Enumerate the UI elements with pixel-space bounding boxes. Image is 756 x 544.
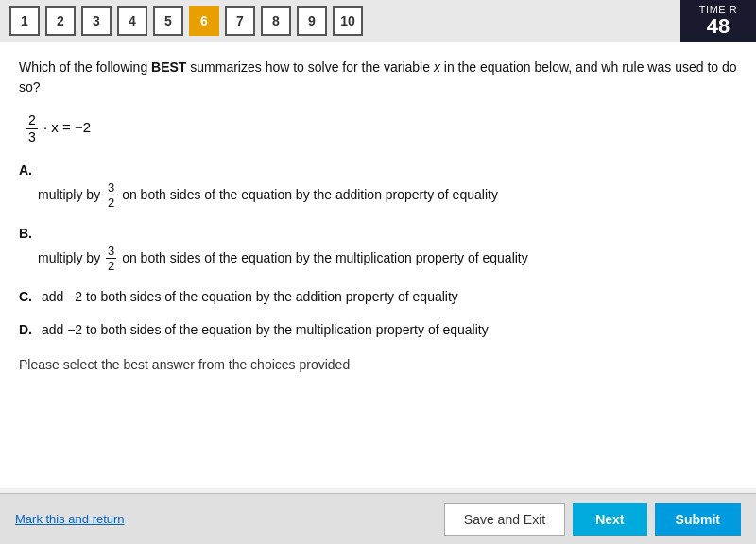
- mark-return-button[interactable]: Mark this and return: [15, 512, 125, 526]
- question-num-7[interactable]: 7: [225, 6, 255, 36]
- question-num-4[interactable]: 4: [117, 6, 147, 36]
- question-num-9[interactable]: 9: [297, 6, 327, 36]
- question-num-6[interactable]: 6: [189, 6, 219, 36]
- submit-button[interactable]: Submit: [655, 503, 741, 536]
- question-num-2[interactable]: 2: [45, 6, 76, 36]
- timer-box: TIME R 48: [680, 0, 756, 42]
- question-num-1[interactable]: 1: [9, 6, 40, 36]
- question-num-5[interactable]: 5: [153, 6, 183, 36]
- choice-d-label: D.: [19, 322, 32, 337]
- choice-c-text: add −2 to both sides of the equation by …: [42, 289, 458, 304]
- answer-prompt: Please select the best answer from the c…: [19, 357, 737, 372]
- question-nav-bar: 1 2 3 4 5 6 7 8 9 10 TIME R 48: [0, 0, 756, 42]
- choice-b-content: multiply by 3 2 on both sides of the equ…: [38, 244, 737, 274]
- next-button[interactable]: Next: [573, 503, 646, 536]
- timer-value: 48: [707, 15, 730, 38]
- choice-c-label: C.: [19, 289, 32, 304]
- choice-a-content: multiply by 3 2 on both sides of the equ…: [38, 180, 737, 211]
- choice-d[interactable]: D. add −2 to both sides of the equation …: [19, 320, 737, 340]
- bottom-bar: Mark this and return Save and Exit Next …: [0, 493, 756, 544]
- question-num-8[interactable]: 8: [261, 6, 291, 36]
- equation-fraction: 2 3: [26, 112, 38, 145]
- choice-b[interactable]: B. multiply by 3 2 on both sides of the …: [19, 224, 737, 274]
- question-num-10[interactable]: 10: [333, 6, 363, 36]
- fraction-b: 3 2: [106, 244, 116, 274]
- choice-d-text: add −2 to both sides of the equation by …: [42, 322, 489, 337]
- question-num-3[interactable]: 3: [81, 6, 112, 36]
- choice-c[interactable]: C. add −2 to both sides of the equation …: [19, 287, 737, 307]
- equation-rest: · x = −2: [43, 119, 91, 135]
- main-content: Which of the following BEST summarizes h…: [0, 42, 756, 488]
- equation-block: 2 3 · x = −2: [26, 112, 737, 145]
- choice-b-label: B.: [19, 226, 32, 241]
- fraction-a: 3 2: [106, 180, 116, 211]
- save-exit-button[interactable]: Save and Exit: [444, 503, 565, 536]
- choice-a-label: A.: [19, 162, 32, 178]
- bottom-right-buttons: Save and Exit Next Submit: [444, 503, 741, 536]
- question-text: Which of the following BEST summarizes h…: [19, 58, 737, 97]
- choice-a[interactable]: A. multiply by 3 2 on both sides of the …: [19, 161, 737, 211]
